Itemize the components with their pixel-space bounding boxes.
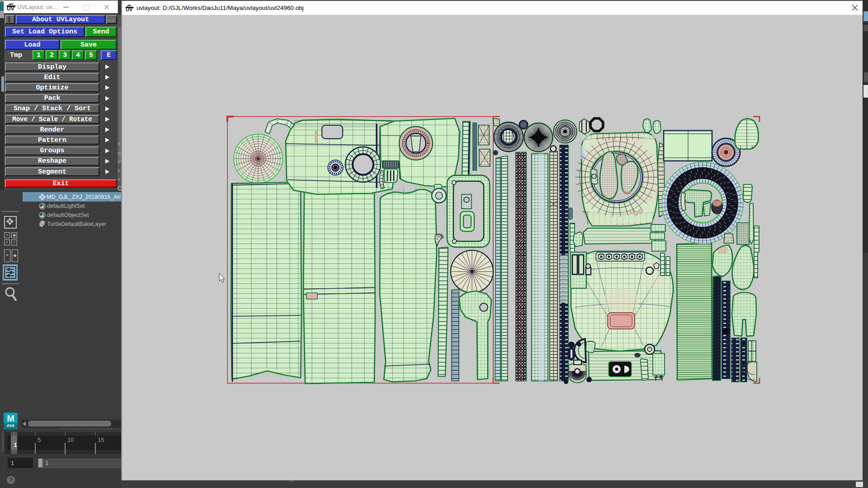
svg-text:?: ? — [9, 476, 13, 483]
